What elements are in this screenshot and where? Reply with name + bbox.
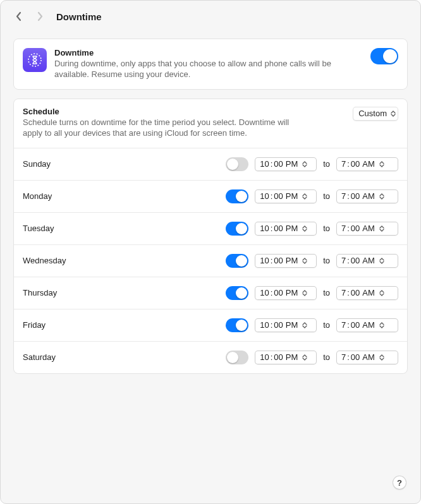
downtime-text: Downtime During downtime, only apps that… (54, 48, 363, 80)
to-time-picker[interactable]: 7:00AM (336, 318, 398, 332)
day-toggle[interactable] (226, 222, 248, 236)
back-button[interactable] (9, 8, 27, 25)
chevron-right-icon (37, 11, 44, 21)
from-time-picker[interactable]: 10:00PM (255, 318, 317, 332)
from-minute: 00 (274, 320, 283, 330)
to-time-picker[interactable]: 7:00AM (336, 254, 398, 268)
from-hour: 10 (260, 320, 269, 330)
day-controls: 10:00PMto7:00AM (226, 254, 398, 268)
help-button[interactable]: ? (393, 476, 406, 489)
day-toggle[interactable] (226, 318, 248, 332)
from-ampm: PM (284, 352, 298, 362)
from-time-picker[interactable]: 10:00PM (255, 254, 317, 268)
schedule-mode-select[interactable]: Custom (353, 107, 398, 121)
day-controls: 10:00PMto7:00AM (226, 157, 398, 171)
time-colon: : (270, 159, 274, 169)
from-hour: 10 (260, 159, 269, 169)
to-time-picker[interactable]: 7:00AM (336, 222, 398, 236)
day-row: Friday10:00PMto7:00AM (14, 309, 407, 341)
from-minute: 00 (274, 256, 283, 265)
toggle-knob (383, 49, 397, 63)
downtime-icon (23, 48, 47, 72)
schedule-title: Schedule (23, 107, 346, 116)
to-ampm: AM (360, 288, 375, 297)
time-colon: : (270, 352, 274, 362)
to-hour: 7 (341, 256, 346, 265)
forward-button[interactable] (31, 8, 49, 25)
day-toggle[interactable] (226, 254, 248, 268)
time-stepper-icon (379, 161, 387, 167)
downtime-toggle[interactable] (370, 48, 398, 64)
day-toggle[interactable] (226, 157, 248, 171)
from-time-picker[interactable]: 10:00PM (255, 286, 317, 300)
from-ampm: PM (284, 191, 298, 201)
to-time-picker[interactable]: 7:00AM (336, 157, 398, 171)
day-controls: 10:00PMto7:00AM (226, 351, 398, 364)
time-stepper-icon (302, 354, 310, 361)
hourglass-clock-icon (27, 52, 43, 68)
titlebar: Downtime (1, 1, 420, 32)
day-controls: 10:00PMto7:00AM (226, 222, 398, 236)
downtime-panel: Downtime During downtime, only apps that… (13, 39, 408, 90)
from-ampm: PM (284, 159, 298, 169)
downtime-subtitle: During downtime, only apps that you choo… (54, 59, 363, 80)
to-minute: 00 (351, 352, 360, 362)
to-time-picker[interactable]: 7:00AM (336, 189, 398, 203)
time-stepper-icon (379, 322, 387, 328)
time-stepper-icon (379, 354, 387, 361)
time-colon: : (270, 256, 274, 265)
from-time-picker[interactable]: 10:00PM (255, 157, 317, 171)
from-time-picker[interactable]: 10:00PM (255, 189, 317, 203)
day-toggle[interactable] (226, 189, 248, 203)
to-time-picker[interactable]: 7:00AM (336, 286, 398, 300)
to-ampm: AM (360, 191, 375, 201)
from-time-picker[interactable]: 10:00PM (255, 351, 317, 364)
to-label: to (317, 288, 336, 297)
day-controls: 10:00PMto7:00AM (226, 318, 398, 332)
time-colon: : (346, 191, 350, 201)
day-toggle[interactable] (226, 351, 248, 364)
from-time-picker[interactable]: 10:00PM (255, 222, 317, 236)
svg-point-0 (28, 54, 41, 66)
to-label: to (317, 320, 336, 330)
toggle-knob (236, 255, 247, 267)
day-row: Sunday10:00PMto7:00AM (14, 148, 407, 180)
time-stepper-icon (379, 225, 387, 232)
from-hour: 10 (260, 191, 269, 201)
time-colon: : (270, 288, 274, 297)
time-colon: : (270, 320, 274, 330)
time-stepper-icon (302, 161, 310, 167)
time-stepper-icon (379, 258, 387, 264)
from-minute: 00 (274, 159, 283, 169)
schedule-mode-label: Custom (358, 109, 387, 118)
time-stepper-icon (302, 193, 310, 200)
time-colon: : (270, 191, 274, 201)
day-rows: Sunday10:00PMto7:00AMMonday10:00PMto7:00… (14, 148, 407, 373)
from-ampm: PM (284, 224, 298, 233)
day-name: Thursday (23, 288, 226, 297)
time-colon: : (346, 224, 350, 233)
from-minute: 00 (274, 224, 283, 233)
to-label: to (317, 256, 336, 265)
to-hour: 7 (341, 224, 346, 233)
day-controls: 10:00PMto7:00AM (226, 286, 398, 300)
from-hour: 10 (260, 256, 269, 265)
to-hour: 7 (341, 159, 346, 169)
to-label: to (317, 224, 336, 233)
from-hour: 10 (260, 288, 269, 297)
to-minute: 00 (351, 256, 360, 265)
schedule-panel: Schedule Schedule turns on downtime for … (13, 99, 408, 374)
toggle-knob (236, 191, 247, 202)
page-title: Downtime (56, 11, 102, 22)
time-stepper-icon (302, 290, 310, 296)
toggle-knob (227, 159, 238, 170)
day-toggle[interactable] (226, 286, 248, 300)
from-hour: 10 (260, 352, 269, 362)
to-minute: 00 (351, 159, 360, 169)
to-time-picker[interactable]: 7:00AM (336, 351, 398, 364)
from-ampm: PM (284, 320, 298, 330)
content-area: Downtime During downtime, only apps that… (1, 32, 420, 387)
from-minute: 00 (274, 288, 283, 297)
to-hour: 7 (341, 191, 346, 201)
to-ampm: AM (360, 159, 375, 169)
